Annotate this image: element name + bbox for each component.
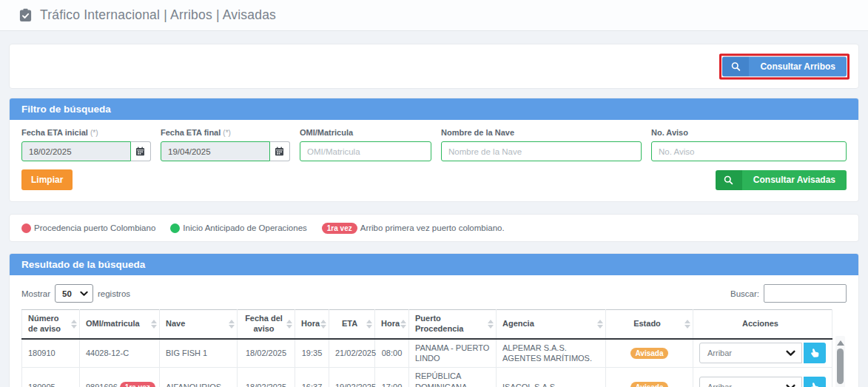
consultar-avisadas-button[interactable]: Consultar Avisadas	[716, 170, 847, 190]
col-fecha-aviso[interactable]: Fecha del aviso	[238, 310, 295, 339]
no-aviso-input[interactable]	[651, 141, 847, 161]
sort-icon[interactable]	[366, 320, 371, 329]
col-acciones: Acciones	[693, 310, 832, 339]
primera-vez-badge: 1ra vez	[120, 382, 155, 387]
consultar-arribos-button[interactable]: Consultar Arribos	[722, 56, 847, 76]
limpiar-button[interactable]: Limpiar	[21, 169, 73, 190]
no-aviso-label: No. Aviso	[651, 128, 847, 137]
nombre-nave-input[interactable]	[441, 141, 642, 161]
cell-numero: 180905	[22, 368, 80, 387]
legend-item-primera-vez: 1ra vez Arribo primera vez puerto colomb…	[322, 223, 505, 234]
execute-action-button[interactable]	[804, 343, 826, 363]
primera-vez-badge: 1ra vez	[322, 223, 357, 234]
required-mark: (*)	[90, 129, 98, 137]
col-hora-eta[interactable]: Hora	[375, 310, 409, 339]
field-nombre-nave: Nombre de la Nave	[441, 128, 642, 161]
registros-label: registros	[98, 289, 130, 298]
fecha-eta-inicial-input[interactable]	[21, 141, 131, 161]
filter-panel: Filtro de búsqueda Fecha ETA inicial (*)…	[9, 98, 859, 202]
buscar-input[interactable]	[764, 284, 847, 303]
results-panel-title: Resultado de la búsqueda	[10, 254, 858, 275]
col-puerto-procedencia[interactable]: Puerto Procedencia	[409, 310, 497, 339]
legend-label: Procedencia puerto Colombiano	[34, 223, 155, 232]
cell-numero: 180910	[22, 339, 80, 368]
omi-matricula-input[interactable]	[300, 141, 431, 161]
sort-icon[interactable]	[596, 320, 602, 329]
fecha-eta-final-input[interactable]	[161, 141, 270, 161]
table-row: 180905 98916961ra vez AIFANOURIOS 18/02/…	[22, 368, 832, 387]
green-dot-icon	[170, 223, 180, 233]
col-numero-aviso[interactable]: Número de aviso	[22, 310, 80, 339]
table-search-control: Buscar:	[730, 284, 847, 303]
required-mark: (*)	[223, 129, 231, 137]
results-table: Número de aviso OMI/matricula Nave Fecha…	[21, 309, 832, 387]
scroll-up-arrow-icon[interactable]	[837, 340, 844, 346]
accion-select[interactable]: Arribar	[699, 377, 802, 387]
calendar-icon[interactable]	[131, 141, 151, 161]
col-hora-aviso[interactable]: Hora	[295, 310, 329, 339]
search-icon	[716, 170, 742, 190]
chevron-down-icon	[786, 384, 795, 387]
cell-hora-aviso: 19:35	[295, 339, 329, 368]
page-header: Tráfico Internacional | Arribos | Avisad…	[0, 0, 868, 31]
cell-omi: 44028-12-C	[80, 339, 160, 368]
col-omi-matricula[interactable]: OMI/matricula	[80, 310, 160, 339]
table-header-row: Número de aviso OMI/matricula Nave Fecha…	[22, 310, 832, 339]
cell-fecha-aviso: 18/02/2025	[238, 339, 295, 368]
table-row: 180910 44028-12-C BIG FISH 1 18/02/2025 …	[22, 339, 832, 368]
red-dot-icon	[21, 223, 31, 233]
cell-acciones: Arribar	[693, 368, 832, 387]
consultar-avisadas-label: Consultar Avisadas	[742, 170, 847, 190]
cell-hora-aviso: 16:37	[295, 368, 329, 387]
calendar-icon[interactable]	[270, 141, 290, 161]
fecha-eta-final-label: Fecha ETA final	[161, 128, 221, 137]
col-eta[interactable]: ETA	[329, 310, 375, 339]
cell-agencia: ISACOL S.A.S.	[497, 368, 606, 387]
col-estado[interactable]: Estado	[606, 310, 693, 339]
cell-agencia: ALPEMAR S.A.S. AGENTES MARÍTIMOS.	[497, 339, 606, 368]
chevron-down-icon	[786, 350, 795, 357]
page-size-select[interactable]: 50	[55, 284, 93, 303]
col-nave[interactable]: Nave	[160, 310, 238, 339]
buscar-label: Buscar:	[730, 289, 759, 298]
legend-label: Arribo primera vez puerto colombiano.	[360, 223, 505, 232]
hand-pointer-icon	[809, 382, 820, 387]
sort-icon[interactable]	[70, 320, 76, 329]
cell-estado: Avisada	[606, 368, 693, 387]
filter-panel-title: Filtro de búsqueda	[10, 98, 858, 120]
legend-label: Inicio Anticipado de Operaciones	[183, 223, 307, 232]
clipboard-check-icon	[18, 8, 33, 22]
col-agencia[interactable]: Agencia	[497, 310, 606, 339]
sort-icon[interactable]	[684, 320, 690, 329]
sort-icon[interactable]	[487, 320, 493, 329]
cell-estado: Avisada	[606, 339, 693, 368]
cell-hora-eta: 08:00	[375, 339, 409, 368]
highlight-annotation: Consultar Arribos	[719, 53, 850, 79]
estado-badge: Avisada	[630, 382, 669, 387]
cell-eta: 19/02/2025	[329, 368, 375, 387]
cell-eta: 21/02/2025	[329, 339, 375, 368]
cell-nave: BIG FISH 1	[160, 339, 238, 368]
legend-panel: Procedencia puerto Colombiano Inicio Ant…	[9, 214, 859, 242]
cell-omi: 98916961ra vez	[80, 368, 160, 387]
sort-icon[interactable]	[286, 320, 292, 329]
top-action-panel: Consultar Arribos	[9, 44, 859, 89]
scrollbar-thumb[interactable]	[837, 349, 844, 384]
legend-item-procedencia: Procedencia puerto Colombiano	[21, 223, 155, 233]
nombre-nave-label: Nombre de la Nave	[441, 128, 642, 137]
chevron-down-icon	[80, 291, 88, 297]
table-scrollbar[interactable]	[835, 336, 845, 387]
accion-select[interactable]: Arribar	[699, 343, 802, 363]
field-fecha-eta-final: Fecha ETA final (*)	[161, 128, 290, 161]
sort-icon[interactable]	[150, 320, 156, 329]
sort-icon[interactable]	[320, 320, 326, 329]
legend-item-inicio-anticipado: Inicio Anticipado de Operaciones	[170, 223, 307, 233]
sort-icon[interactable]	[400, 320, 406, 329]
cell-fecha-aviso: 18/02/2025	[238, 368, 295, 387]
execute-action-button[interactable]	[804, 377, 826, 387]
results-panel: Resultado de la búsqueda Mostrar 50 regi…	[9, 253, 859, 387]
sort-icon[interactable]	[228, 320, 234, 329]
page-title: Tráfico Internacional | Arribos | Avisad…	[40, 7, 276, 23]
cell-acciones: Arribar	[693, 339, 832, 368]
field-fecha-eta-inicial: Fecha ETA inicial (*)	[21, 128, 151, 161]
